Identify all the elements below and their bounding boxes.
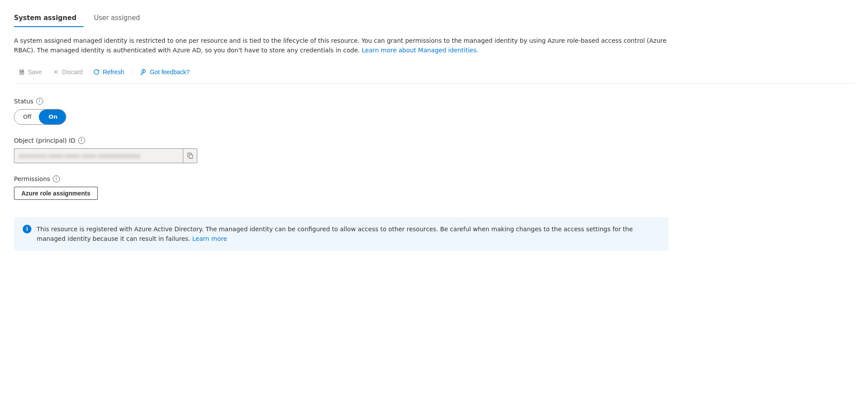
feedback-icon xyxy=(140,68,147,75)
object-id-section: Object (principal) ID i xyxy=(14,137,854,163)
copy-icon xyxy=(187,153,193,159)
form-section: Status i Off On Object (principal) ID i xyxy=(14,98,854,200)
svg-rect-0 xyxy=(21,69,22,71)
tab-user-assigned[interactable]: User assigned xyxy=(94,10,147,27)
permissions-info-icon[interactable]: i xyxy=(53,175,60,182)
status-toggle[interactable]: Off On xyxy=(14,109,66,125)
permissions-section: Permissions i Azure role assignments xyxy=(14,175,854,200)
tab-system-assigned[interactable]: System assigned xyxy=(14,10,83,27)
toggle-off-option: Off xyxy=(14,110,40,124)
info-banner: i This resource is registered with Azure… xyxy=(14,217,669,251)
refresh-button[interactable]: Refresh xyxy=(89,66,128,78)
info-banner-text: This resource is registered with Azure A… xyxy=(37,224,660,244)
permissions-label: Permissions i xyxy=(14,175,854,182)
toolbar: Save ✕ Discard Refresh Got feedback? xyxy=(14,66,854,84)
toggle-on-option: On xyxy=(40,110,66,124)
svg-point-4 xyxy=(144,72,144,72)
tabs-container: System assigned User assigned xyxy=(14,10,854,27)
object-id-field xyxy=(14,148,197,163)
azure-role-assignments-button[interactable]: Azure role assignments xyxy=(14,187,98,200)
save-icon xyxy=(18,68,25,75)
svg-rect-1 xyxy=(20,72,24,74)
status-section: Status i Off On xyxy=(14,98,854,125)
object-id-info-icon[interactable]: i xyxy=(78,137,85,144)
object-id-label: Object (principal) ID i xyxy=(14,137,854,144)
copy-button[interactable] xyxy=(183,149,197,163)
status-label: Status i xyxy=(14,98,854,105)
status-info-icon[interactable]: i xyxy=(36,98,43,105)
discard-button[interactable]: ✕ Discard xyxy=(48,66,87,78)
info-banner-learn-more-link[interactable]: Learn more xyxy=(192,235,227,242)
discard-icon: ✕ xyxy=(52,68,59,75)
feedback-button[interactable]: Got feedback? xyxy=(136,66,194,78)
save-button[interactable]: Save xyxy=(14,66,46,78)
svg-rect-5 xyxy=(189,154,192,158)
object-id-input[interactable] xyxy=(14,149,183,163)
toolbar-divider xyxy=(132,68,132,76)
description-text: A system assigned managed identity is re… xyxy=(14,36,669,55)
learn-more-link[interactable]: Learn more about Managed identities. xyxy=(362,47,478,54)
info-banner-icon: i xyxy=(23,225,31,233)
refresh-icon xyxy=(93,68,100,75)
